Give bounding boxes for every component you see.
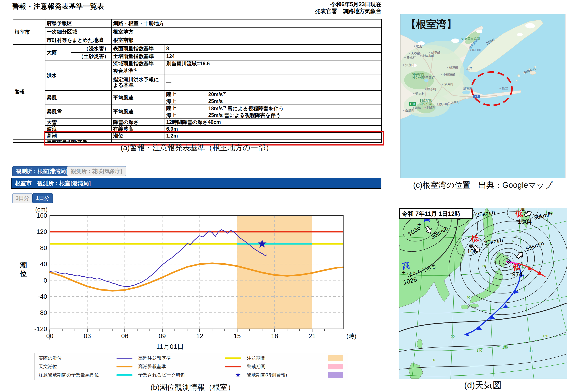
map-label: 大空町 — [411, 52, 420, 55]
legend-item: 注意期間 — [245, 355, 347, 361]
row-label: 市町村等をまとめた地域 — [45, 36, 112, 44]
criteria-value: 別当賀川流域=16.6 — [165, 60, 381, 67]
y-unit-label: (cm) — [35, 206, 48, 213]
graticule-label: 150 — [502, 346, 508, 349]
town-dot — [413, 93, 415, 94]
legend-line-swatch — [116, 358, 132, 359]
flood-sub-label: （浸水害） — [71, 45, 111, 52]
snowstorm-label-cell: 暴風雪 — [45, 105, 112, 119]
legend-patch-swatch — [328, 372, 343, 378]
map-label: 美幌町 — [407, 56, 416, 59]
criteria-value: 12時間降雪の深さ40cm — [165, 119, 381, 126]
surface-label: 陸上 — [165, 91, 207, 98]
map-label: 津別町 — [405, 63, 415, 67]
caption-a: (a)警報・注意報発表基準（根室地方の一部） — [13, 143, 381, 153]
legend-item: 天文潮位 — [37, 364, 137, 370]
row-label: 一次細分区域 — [45, 28, 112, 36]
legend-label: 警戒期間(特別警報) — [247, 372, 287, 378]
legend-item: 高潮注意報基準 — [137, 355, 245, 361]
range-button-3day[interactable]: 3日分 — [12, 193, 33, 203]
town-dot — [448, 102, 450, 103]
town-dot — [425, 88, 426, 90]
caption-b: (b)潮位観測情報（根室） — [9, 382, 376, 392]
legend-item: 注意警戒期間の予想最高潮位 — [37, 372, 137, 378]
criteria-value: 25m/s — [207, 98, 381, 105]
weather-datetime: 令和 7年11月 1日12時 — [401, 210, 461, 217]
map-label: 弟子屈町 — [422, 76, 435, 80]
town-dot — [499, 87, 501, 89]
town-dot — [437, 103, 438, 105]
x-tick-label: 21 — [308, 332, 316, 339]
criteria-label: 複合基準*1 — [112, 67, 165, 74]
surface-label: 海上 — [165, 112, 207, 119]
page: 警報・注意報発表基準一覧表 令和6年5月23日現在 発表官署 釧路地方気象台 根… — [0, 0, 567, 392]
town-dot — [447, 67, 448, 68]
x-unit-label: (時) — [346, 333, 356, 339]
bay-map-title: 【根室湾】 — [406, 17, 457, 31]
graticule-label: 40 — [467, 295, 470, 299]
x-tick-label: 09 — [159, 332, 166, 339]
x-tick-label: 15 — [234, 332, 241, 339]
route-badge-label: 44 — [475, 95, 478, 98]
legend-star-icon: ★ — [235, 372, 241, 378]
criteria-value: 25m/s 雪による視程障害を伴う — [207, 112, 381, 119]
tide-chart: ★16012080400-40-80-1200003060912151821(c… — [9, 205, 376, 352]
lake — [424, 79, 429, 82]
x-tick-label: 06 — [121, 332, 128, 339]
table-row: 根室市 府県予報区 釧路・根室・十勝地方 — [13, 19, 381, 28]
criteria-value: 8 — [165, 44, 381, 53]
pressure-value: 1004 — [518, 218, 532, 225]
range-button-1day[interactable]: 1日分 — [32, 193, 53, 203]
station-header-label: 根室市 観測所：根室[港湾局] — [15, 180, 91, 187]
caution-period-shade — [237, 215, 312, 329]
date-label: 11月01日 — [156, 343, 184, 350]
criteria-table: 根室市 府県予報区 釧路・根室・十勝地方 一次細分区域 根室地方 市町村等をまと… — [13, 19, 382, 143]
legend-item: 予想されるピーク時刻★ — [137, 372, 245, 378]
bay-map: 網走大空町美幌町小清水町斜里町津別町知床国立公園羅臼町標津町中標津町弟子屈町阿寒… — [401, 14, 565, 178]
y-tick-label: 80 — [40, 244, 47, 251]
map-label: 根室 — [502, 86, 508, 90]
town-dot — [409, 53, 410, 54]
town-dot — [413, 107, 414, 109]
legend-line-swatch — [116, 366, 132, 367]
map-label: 中標津町 — [443, 73, 455, 76]
section-label-cell: 警報 — [13, 44, 45, 139]
criteria-label: 降雪の深さ — [112, 119, 165, 126]
legend-item: 警戒期間 — [245, 364, 347, 370]
issuing-office: 発表官署 釧路地方気象台 — [315, 8, 381, 15]
legend-label: 予想されるピーク時刻 — [138, 372, 185, 378]
storm-label-cell: 暴風 — [45, 91, 112, 105]
heavy-rain-cell: 大雨 （浸水害） （土砂災害） — [45, 44, 112, 60]
row-value: 根室南部 — [112, 36, 381, 44]
tab-station-hanasaki[interactable]: 観測所：花咲[気象庁] — [67, 166, 126, 176]
town-dot — [414, 45, 415, 47]
legend-label: 高潮注意報基準 — [138, 355, 171, 361]
map-label: 網走 — [416, 44, 422, 48]
criteria-label: 平均風速 — [112, 91, 165, 105]
graticule-label: 20 — [431, 358, 435, 362]
station-header-bar: 根室市 観測所：根室[港湾局] — [11, 178, 381, 189]
legend-item: 警戒期間(特別警報) — [245, 372, 347, 378]
legend-label: 実際の潮位 — [39, 355, 62, 361]
legend-label: 天文潮位 — [39, 364, 57, 370]
sediment-sub-label: （土砂災害） — [71, 52, 111, 60]
tab-station-nemuro[interactable]: 観測所：根室[港湾局] — [12, 166, 71, 176]
empty-cell — [112, 139, 207, 143]
y-tick-label: 160 — [37, 212, 47, 219]
waves-label-cell: 波浪 — [45, 126, 112, 132]
tab-label: 観測所：花咲[気象庁] — [71, 168, 122, 175]
lake-furen — [462, 90, 470, 94]
graticule-label: 30 — [529, 349, 533, 353]
empty-cell — [13, 139, 45, 143]
graticule-label: 160 — [543, 334, 548, 338]
table-row: 市町村等をまとめた地域 根室南部 — [13, 36, 381, 44]
heavy-snow-label-cell: 大雪 — [45, 119, 112, 126]
criteria-label: 指定河川洪水予報による基準 — [112, 74, 165, 91]
criteria-label: 平均風速 — [112, 105, 165, 119]
legend-label: 警戒期間 — [247, 364, 265, 370]
table-row: 波浪 有義波高 6.0m — [13, 126, 381, 132]
legend-item: 実際の潮位 — [37, 355, 137, 361]
criteria-value: 20m/s*2 — [207, 91, 381, 98]
map-label: 白糠町 — [405, 109, 415, 112]
asof-date: 令和6年5月23日現在 — [315, 1, 381, 8]
